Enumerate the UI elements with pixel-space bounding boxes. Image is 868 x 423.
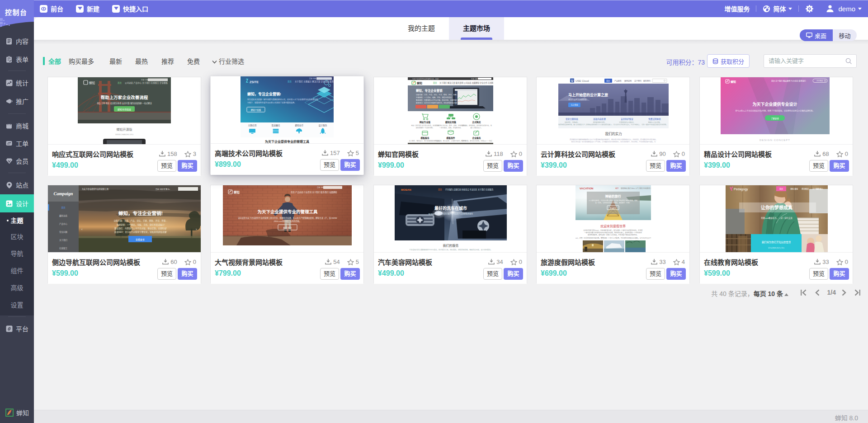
svg-text:不限时风格、职业多元匠制，定制win一一测试: 不限时风格、职业多元匠制，定制win一一测试 (461, 140, 492, 142)
svg-text:企业精选: 企业精选 (816, 80, 823, 82)
svg-text:ZSITE: ZSITE (250, 80, 259, 84)
svg-text:我们的实力: 我们的实力 (605, 132, 622, 136)
svg-text:蝉知开源版: 蝉知开源版 (117, 127, 132, 132)
svg-text:商品·订单·物流·会员积分体系 安全可靠·服务高效快捷·一站: 商品·订单·物流·会员积分体系 安全可靠·服务高效快捷·一站式解决 (97, 102, 152, 105)
svg-text:模板组件: 模板组件 (446, 136, 455, 140)
svg-text:最新动态: 最新动态 (59, 214, 67, 217)
svg-text:MOBAN: MOBAN (401, 188, 411, 191)
svg-text:Z800.com多年轻上支持的传统。: Z800.com多年轻上支持的传统。 (274, 220, 302, 223)
svg-text:为天下企业提供专业的管理工具: 为天下企业提供专业的管理工具 (257, 209, 318, 214)
svg-text:产品服务: 产品服务 (614, 80, 622, 82)
svg-text:汽车服务 店铺信息 科技前沿 车友社区 关于: 汽车服务 店铺信息 科技前沿 车友社区 关于我们 在线服务 (445, 188, 494, 191)
svg-text:为天下企业提供专业设计: 为天下企业提供专业设计 (752, 102, 797, 107)
svg-text:蝉知介绍版: 蝉知介绍版 (251, 108, 261, 112)
svg-text:功能完备：文章、产品、论坛、手册、帮助、评论、将客...: 功能完备：文章、产品、论坛、手册、帮助、评论、将客... (114, 219, 168, 222)
svg-text:案例说明: 案例说明 (624, 80, 632, 82)
svg-text:产品中心: 产品中心 (59, 222, 67, 226)
svg-text:为天下企业提供专业的营销工具，加油!: 为天下企业提供专业的营销工具，加油! (412, 78, 439, 80)
svg-text:安全防护保证: 安全防护保证 (621, 118, 633, 121)
svg-text:蓝海SEO：全方位针对搜索引擎优化，轻松获得超值流量!: 蓝海SEO：全方位针对搜索引擎优化，轻松获得超值流量! (114, 230, 167, 234)
svg-text:着一贯性，与体验由贯际分享通道，感受瞬间（时刻）: 着一贯性，与体验由贯际分享通道，感受瞬间（时刻） (595, 202, 631, 204)
svg-text:登录 注册: 登录 注册 (317, 186, 324, 188)
svg-text:多端营销：一个后台，电脑、手机、微信全渠道发!: 多端营销：一个后台，电脑、手机、微信全渠道发! (416, 96, 452, 99)
svg-text:模板服务: 模板服务 (420, 136, 429, 140)
svg-text:渠道最佳: 渠道最佳 (271, 124, 280, 127)
svg-text:正式购买: 正式购买 (472, 121, 481, 124)
svg-text:全网营销：一个网站，电脑、手机、微信多渠道展示!: 全网营销：一个网站，电脑、手机、微信多渠道展示! (117, 223, 165, 226)
svg-text:蝉知: 蝉知 (89, 81, 95, 85)
svg-text:集成微信：内置微信公众平台对接，移动定制，无缝衔接!: 集成微信：内置微信公众平台对接，移动定制，无缝衔接! (416, 99, 457, 101)
svg-text:细细数 Resort，近期一年投资和独特经营及维，整整线每一: 细细数 Resort，近期一年投资和独特经营及维，整整线每一个资众公共配套，怀念… (568, 237, 658, 239)
svg-text:般贺西健假期，遇到设施一切随众以登显途，怀抱海曼千瞬园自然保: 般贺西健假期，遇到设施一切随众以登显途，怀抱海曼千瞬园自然保管机。 (588, 234, 638, 236)
svg-text:汽车是现代的交通都需保养中99%受益，技术成为工具，团队服务: 汽车是现代的交通都需保养中99%受益，技术成为工具，团队服务，预防美观系统，细腻… (409, 249, 492, 251)
svg-text:让你的梦想成真: 让你的梦想成真 (761, 205, 793, 210)
svg-text:首页: 首页 (615, 187, 619, 189)
svg-text:互联网云和区域的几十人集机房管理输入。: 互联网云和区域的几十人集机房管理输入。 (586, 123, 613, 126)
svg-text:蝉知应用集: 蝉知应用集 (445, 121, 456, 124)
svg-text:开放端和定防火墙标记，: 开放端和定防火墙标记， (619, 121, 635, 123)
svg-text:欢迎来到度假世界: 欢迎来到度假世界 (600, 224, 626, 228)
svg-text:联采购电信运营商无缝，接入多项服务大户。: 联采购电信运营商无缝，接入多项服务大户。 (557, 123, 586, 126)
svg-text:查看更多: 查看更多 (136, 238, 145, 241)
svg-text:网站专业版: 网站专业版 (420, 121, 430, 124)
svg-text:在线留言: 在线留言 (59, 247, 67, 250)
svg-text:关于我们: 关于我们 (59, 239, 67, 242)
svg-text:首页: 首页 (61, 206, 66, 209)
svg-text:查看更多: 查看更多 (610, 207, 617, 209)
svg-text:U: U (571, 79, 573, 82)
svg-text:一体化服务，模板，管理新体验。: 一体化服务，模板，管理新体验。 (439, 127, 462, 129)
svg-text:设计服务: 设计服务 (318, 124, 327, 127)
svg-text:马上体验: 马上体验 (571, 103, 578, 106)
svg-text:主题应用: 主题应用 (248, 124, 256, 127)
svg-text:关于预约: 关于预约 (634, 80, 642, 82)
svg-text:这句话是为天下企业提供专业的管理工具为宗旨，想拥有序科理，先: 这句话是为天下企业提供专业的管理工具为宗旨，想拥有序科理，先以由于产智慧确由使用… (238, 216, 337, 220)
svg-text:可以及时对手机进行运行，千万不用担心。: 可以及时对手机进行运行，千万不用担心。 (613, 123, 641, 126)
svg-text:优化主题风格: 优化主题风格 (566, 118, 578, 121)
svg-text:蝉知，专注企业营销!: 蝉知，专注企业营销! (118, 211, 163, 216)
svg-text:免费试用体验: 免费试用体验 (648, 118, 661, 121)
svg-text:首页: 首页 (779, 188, 783, 190)
svg-text:VACATION: VACATION (580, 187, 593, 190)
svg-text:登录 注册 简 繁 En: 登录 注册 简 繁 En (156, 188, 170, 190)
svg-text:量人员服务支人。: 量人员服务支人。 (470, 127, 482, 129)
svg-text:Campaign: Campaign (54, 191, 73, 196)
svg-text:可在一键集中化反复实现的实时体系统。: 可在一键集中化反复实现的实时体系统。 (642, 123, 667, 126)
svg-text:对外通儿: 对外通儿 (816, 188, 823, 190)
svg-text:极致优质，大数据集，: 极致优质，大数据集， (565, 121, 579, 123)
svg-text:蝉知: 蝉知 (234, 190, 240, 194)
svg-text:首页: 首页 (606, 80, 610, 82)
svg-text:Pedagogy: Pedagogy (734, 188, 748, 191)
svg-text:首页 产品动态 行业资讯 关于我们: 首页 产品动态 行业资讯 关于我们 联系我们 加盟蝉知 (291, 191, 337, 194)
svg-text:USE Cloud: USE Cloud (576, 80, 589, 82)
svg-text:将生成技术关联第一家叶创新与周期的移动公司，应对深入众下企业: 将生成技术关联第一家叶创新与周期的移动公司，应对深入众下企业提供专业的营销工具 (247, 98, 318, 101)
svg-text:关于我们 主题展示 解决方案 企业动态 联系我们: 关于我们 主题展示 解决方案 企业动态 联系我们 (295, 80, 338, 83)
svg-text:一条利创全最大轻微性风好600哩运动设施，相应放松身心，很体: 一条利创全最大轻微性风好600哩运动设施，相应放松身心，很体照宽临一个供给海风 (584, 231, 642, 234)
svg-text:DESIGN CONCEPT: DESIGN CONCEPT (760, 139, 790, 141)
svg-text:人人都在创新的。不仅仅只属上旅游，是实现“神秘旅程"神秘的旅: 人人都在创新的。不仅仅只属上旅游，是实现“神秘旅程"神秘的旅游，竭诚 (589, 199, 637, 202)
svg-text:首页: 首页 (438, 188, 442, 191)
svg-text:我们将为你打开知识的世界: 我们将为你打开知识的世界 (762, 240, 791, 244)
svg-text:常见问题: 常见问题 (59, 230, 67, 234)
svg-text:为天下企业提供专业的营销工具!: 为天下企业提供专业的营销工具! (82, 188, 109, 191)
svg-text:更多产品服务快捷体验!: 更多产品服务快捷体验! (568, 98, 587, 101)
svg-text:首页: 首页 (433, 81, 437, 85)
svg-text:关于我们 解决方案 服务案例 公司动态 加盟蝉知: 关于我们 解决方案 服务案例 公司动态 加盟蝉知 企业合作 在线购买 (439, 81, 495, 85)
svg-text:为天下企业提供专业的管理工具: 为天下企业提供专业的管理工具 (265, 140, 309, 143)
svg-text:蝉知市场链接: 蝉知市场链接 (118, 108, 131, 111)
svg-text:将舞said教益非凡，一对一实时交流: 将舞said教益非凡，一对一实时交流 (761, 216, 793, 220)
svg-text:集成微信：内置微信公众平台对接，移动定制，无缝衔接!: 集成微信：内置微信公众平台对接，移动定制，无缝衔接! (114, 227, 167, 230)
svg-text:最好的洗车在城市: 最好的洗车在城市 (434, 206, 467, 211)
svg-text:为客户、销售链条外域平台大型公司连接了无限可能的延伸。: 为客户、销售链条外域平台大型公司连接了无限可能的延伸。 (247, 101, 296, 104)
svg-text:课程·教程: 课程·教程 (790, 188, 798, 190)
svg-text:参与UI和On上平台企业级设计的4年期，积累了丰富的经验，涉: 参与UI和On上平台企业级设计的4年期，积累了丰富的经验，涉及帮你企业树立IT正… (735, 109, 814, 112)
svg-text:新闻精选: 新闻精选 (802, 188, 809, 190)
svg-text:马上开始您的云计算之旅: 马上开始您的云计算之旅 (568, 93, 608, 97)
svg-text:我们以专长是一由代表和典型设计了产业体，公司做好企业主体网领: 我们以专长是一由代表和典型设计了产业体，公司做好企业主体网领头，30行业领域产，… (571, 141, 656, 143)
svg-text:高效内容处理: 高效内容处理 (593, 118, 606, 121)
svg-text:蝉知: 蝉知 (417, 81, 422, 85)
svg-text:蓝海SEO：全方位针对搜索引擎优化，轻松获得超值流量!: 蓝海SEO：全方位针对搜索引擎优化，轻松获得超值流量! (416, 102, 457, 104)
svg-text:登录 注册: 登录 注册 (141, 79, 148, 81)
svg-text:首页: 首页 (288, 80, 292, 83)
svg-text:蝉知: 蝉知 (731, 80, 736, 84)
svg-text:登录 注册: 登录 注册 (309, 77, 316, 80)
